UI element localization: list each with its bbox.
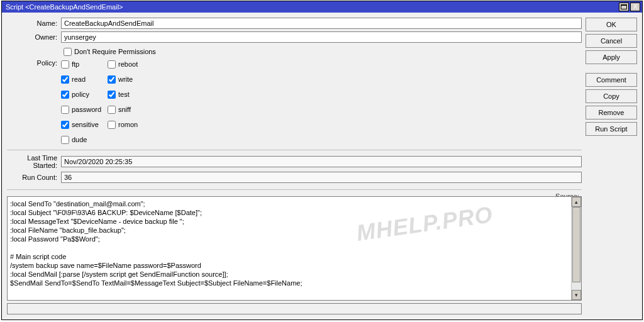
policy-test-checkbox[interactable]: test: [108, 88, 154, 101]
policy-sniff-checkbox[interactable]: sniff: [108, 103, 154, 116]
policy-label: Policy:: [7, 58, 61, 67]
scroll-thumb[interactable]: [572, 207, 580, 282]
policy-column-1: ftpreadpolicypasswordsensitivedude: [61, 58, 108, 146]
policy-test-box[interactable]: [108, 91, 116, 99]
policy-sensitive-label: sensitive: [72, 121, 99, 128]
policy-ftp-checkbox[interactable]: ftp: [61, 58, 108, 70]
source-scrollbar[interactable]: ▴ ▾: [571, 197, 581, 300]
scroll-up-button[interactable]: ▴: [572, 197, 581, 207]
divider: [7, 150, 582, 150]
policy-dude-checkbox[interactable]: dude: [61, 133, 108, 146]
policy-write-checkbox[interactable]: write: [108, 73, 154, 86]
policy-ftp-label: ftp: [72, 60, 79, 68]
policy-romon-box[interactable]: [108, 121, 116, 129]
dont-require-permissions-label: Don't Require Permissions: [74, 48, 156, 55]
policy-column-2: rebootwritetestsniffromon: [108, 58, 154, 146]
policy-sensitive-checkbox[interactable]: sensitive: [61, 118, 108, 131]
maximize-button[interactable]: [619, 3, 629, 11]
run-count-label: Run Count:: [7, 174, 61, 181]
owner-label: Owner:: [7, 33, 61, 41]
dont-require-permissions-box[interactable]: [64, 48, 72, 56]
policy-password-label: password: [72, 106, 101, 113]
policy-read-box[interactable]: [61, 75, 69, 84]
last-time-label: Last Time Started:: [7, 154, 61, 169]
source-textarea[interactable]: :local SendTo "destination_mail@mail.com…: [7, 196, 582, 301]
policy-romon-checkbox[interactable]: romon: [108, 118, 154, 131]
window-title: Script <CreateBackupAndSendEmail>: [4, 3, 618, 11]
close-button[interactable]: X: [630, 3, 640, 11]
policy-reboot-box[interactable]: [108, 60, 116, 69]
apply-button[interactable]: Apply: [586, 50, 637, 64]
policy-ftp-box[interactable]: [61, 60, 69, 69]
scroll-down-button[interactable]: ▾: [572, 290, 581, 300]
dont-require-permissions-checkbox[interactable]: Don't Require Permissions: [64, 45, 156, 58]
policy-password-checkbox[interactable]: password: [61, 103, 108, 116]
policy-password-box[interactable]: [61, 106, 69, 114]
policy-reboot-label: reboot: [118, 60, 138, 68]
policy-read-checkbox[interactable]: read: [61, 73, 108, 86]
window-controls: X: [618, 3, 640, 11]
policy-dude-box[interactable]: [61, 136, 69, 144]
name-label: Name:: [7, 19, 61, 27]
policy-sniff-box[interactable]: [108, 106, 116, 114]
policy-romon-label: romon: [118, 121, 138, 128]
run-script-button[interactable]: Run Script: [586, 122, 637, 136]
copy-button[interactable]: Copy: [586, 89, 637, 103]
policy-write-label: write: [118, 75, 133, 83]
policy-policy-label: policy: [72, 91, 89, 98]
source-text-content: :local SendTo "destination_mail@mail.com…: [10, 199, 569, 287]
policy-write-box[interactable]: [108, 75, 116, 84]
ok-button[interactable]: OK: [586, 18, 637, 31]
owner-input[interactable]: [61, 31, 582, 43]
policy-sniff-label: sniff: [118, 106, 131, 113]
window: Script <CreateBackupAndSendEmail> X Name…: [1, 1, 643, 320]
comment-button[interactable]: Comment: [586, 73, 637, 87]
divider-2: [7, 189, 582, 190]
policy-reboot-checkbox[interactable]: reboot: [108, 58, 154, 70]
last-time-value: Nov/20/2020 20:25:35: [61, 156, 582, 167]
scroll-track[interactable]: [572, 207, 581, 290]
cancel-button[interactable]: Cancel: [586, 34, 637, 48]
remove-button[interactable]: Remove: [586, 106, 637, 119]
button-column: OK Cancel Apply Comment Copy Remove Run …: [586, 18, 637, 314]
policy-read-label: read: [72, 75, 86, 83]
status-bar: [7, 303, 582, 314]
name-input[interactable]: [61, 18, 582, 29]
policy-policy-box[interactable]: [61, 91, 69, 99]
titlebar: Script <CreateBackupAndSendEmail> X: [2, 1, 642, 13]
policy-sensitive-box[interactable]: [61, 121, 69, 129]
policy-policy-checkbox[interactable]: policy: [61, 88, 108, 101]
policy-dude-label: dude: [72, 136, 87, 143]
policy-test-label: test: [118, 91, 130, 98]
run-count-value: 36: [61, 172, 582, 183]
